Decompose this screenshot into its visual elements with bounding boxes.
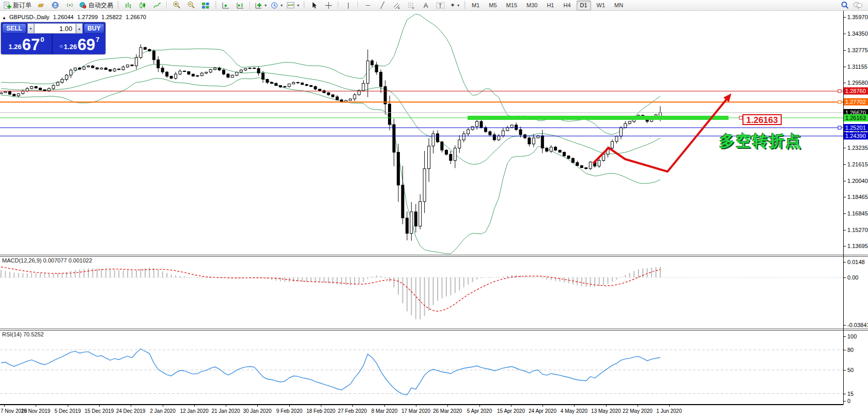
turning-point-annotation[interactable]: 多空转折点 — [719, 131, 802, 152]
volume-input[interactable] — [34, 23, 76, 34]
sell-price[interactable]: 1.26 67 0 — [1, 34, 53, 54]
axis-price-tag: 1.25201 — [844, 124, 868, 131]
support-price-label[interactable]: 1.26163 — [742, 114, 782, 125]
price-chart[interactable] — [0, 14, 843, 254]
ohlc-high: 1.27299 — [78, 14, 98, 20]
ohlc-low: 1.25822 — [101, 14, 122, 20]
sell-button[interactable]: SELL — [2, 23, 26, 34]
chevron-down-icon: ▼ — [29, 27, 33, 30]
rsi-chart[interactable] — [0, 349, 843, 395]
sell-price-point: 0 — [40, 36, 44, 43]
volume-decrease-button[interactable]: ▼ — [27, 23, 34, 34]
chart-marker-icon: ▲ — [2, 16, 6, 20]
chart-symbol-period: GBPUSD-,Daily — [9, 14, 50, 20]
buy-button[interactable]: BUY — [84, 23, 104, 34]
buy-price-pips: 69 — [78, 37, 95, 53]
volume-increase-button[interactable]: ▲ — [76, 23, 83, 34]
axis-price-tag: 1.28760 — [844, 87, 868, 95]
macd-chart[interactable] — [0, 267, 843, 319]
buy-price[interactable]: ◇ 1.26 69 7 — [54, 34, 105, 54]
ohlc-open: 1.26044 — [53, 14, 74, 20]
axis-price-tag: 1.27702 — [844, 98, 868, 105]
chevron-up-icon: ▲ — [78, 27, 81, 30]
mt4-window: 新订单 自动交易 — [0, 0, 868, 417]
ohlc-close: 1.26670 — [126, 14, 146, 20]
buy-price-point: 7 — [96, 36, 99, 43]
chart-canvas[interactable] — [0, 0, 868, 417]
axis-price-tag: 1.24390 — [844, 132, 868, 140]
chart-title-bar: ▲ GBPUSD-,Daily 1.26044 1.27299 1.25822 … — [2, 14, 148, 20]
sell-price-pips: 67 — [22, 37, 40, 53]
diamond-icon: ◇ — [59, 44, 63, 49]
macd-label: MACD(12,26,9) 0.007077 0.001022 — [2, 257, 92, 264]
rsi-label: RSI(14) 70.5252 — [2, 331, 44, 337]
axis-price-tag: 1.26163 — [844, 114, 868, 121]
buy-price-prefix: 1.26 — [64, 43, 77, 51]
sell-price-prefix: 1.26 — [8, 43, 21, 51]
one-click-trading-panel: SELL ▼ ▲ BUY 1.26 67 0 ◇ 1.26 69 7 — [1, 22, 105, 54]
